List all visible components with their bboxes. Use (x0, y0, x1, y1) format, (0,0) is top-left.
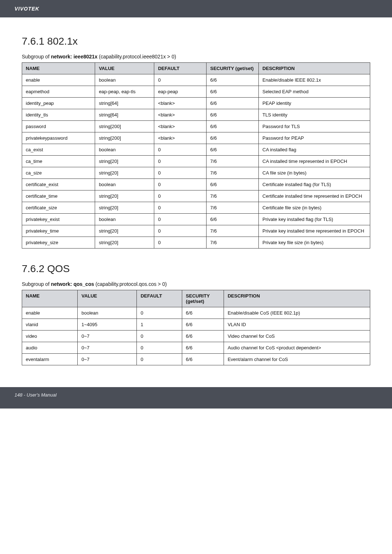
cell-security: 7/6 (207, 202, 259, 214)
cell-value: string[20] (95, 156, 154, 167)
subgroup-name: network: ieee8021x (51, 54, 97, 59)
cell-desc: Private key file size (in bytes) (259, 237, 370, 249)
cell-desc: Password for PEAP (259, 132, 370, 144)
cell-value: string[20] (95, 202, 154, 214)
cell-security: 6/6 (182, 331, 224, 342)
cell-security: 7/6 (207, 237, 259, 249)
table-row: audio0~706/6Audio channel for CoS <produ… (22, 342, 370, 354)
cell-security: 7/6 (207, 156, 259, 167)
table-row: enableboolean06/6Enable/disable CoS (IEE… (22, 307, 370, 319)
cell-value: string[20] (95, 190, 154, 202)
brand-text: VIVOTEK (15, 6, 39, 12)
cell-security: 7/6 (207, 225, 259, 237)
cell-name: ca_exist (22, 144, 95, 156)
table-row: passwordstring[200]<blank>6/6Password fo… (22, 121, 370, 132)
table-row: certificate_sizestring[20]07/6Certificat… (22, 202, 370, 214)
cell-desc: CA installed time represented in EPOCH (259, 156, 370, 167)
cell-security: 6/6 (207, 214, 259, 225)
col-name-header: NAME (22, 63, 95, 74)
col-value-header: VALUE (78, 290, 137, 307)
cell-default: 0 (154, 74, 207, 86)
cell-name: certificate_time (22, 190, 95, 202)
table-row: eventalarm0~706/6Event/alarm channel for… (22, 354, 370, 365)
section-heading-8021x: 7.6.1 802.1x (22, 36, 370, 47)
cell-default: eap-peap (154, 86, 207, 98)
cell-default: 0 (154, 167, 207, 179)
footer-text: 148 - User's Manual (15, 392, 57, 398)
col-value-header: VALUE (95, 63, 154, 74)
subgroup-prefix: Subgroup of (22, 281, 49, 287)
cell-security: 6/6 (207, 86, 259, 98)
col-def-header: DEFAULT (137, 290, 182, 307)
cell-security: 6/6 (182, 354, 224, 365)
cell-security: 6/6 (207, 144, 259, 156)
table-row: ca_timestring[20]07/6CA installed time r… (22, 156, 370, 167)
cell-desc: Enable/disable IEEE 802.1x (259, 74, 370, 86)
table-header-row: NAME VALUE DEFAULT SECURITY (get/set) DE… (22, 290, 370, 307)
cell-security: 7/6 (207, 190, 259, 202)
cell-desc: PEAP identity (259, 98, 370, 109)
cell-default: 0 (154, 156, 207, 167)
table-row: certificate_timestring[20]07/6Certificat… (22, 190, 370, 202)
cell-name: privatekey_size (22, 237, 95, 249)
cell-desc: Audio channel for CoS <product dependent… (224, 342, 370, 354)
cell-security: 6/6 (207, 121, 259, 132)
subgroup-suffix: (capability.protocol.ieee8021x > 0) (99, 54, 176, 59)
cell-value: string[64] (95, 109, 154, 121)
cell-security: 6/6 (182, 319, 224, 331)
cell-name: enable (22, 74, 95, 86)
table-row: identity_peapstring[64]<blank>6/6PEAP id… (22, 98, 370, 109)
cell-security: 6/6 (182, 307, 224, 319)
cell-name: certificate_exist (22, 179, 95, 190)
cell-desc: CA installed flag (259, 144, 370, 156)
cell-value: boolean (95, 144, 154, 156)
cell-desc: Video channel for CoS (224, 331, 370, 342)
cell-desc: Certificate file size (in bytes) (259, 202, 370, 214)
col-def-header: DEFAULT (154, 63, 207, 74)
cell-default: <blank> (154, 109, 207, 121)
cell-value: string[20] (95, 225, 154, 237)
cell-default: 0 (154, 144, 207, 156)
cell-name: privatekey_time (22, 225, 95, 237)
cell-desc: Password for TLS (259, 121, 370, 132)
cell-value: boolean (95, 74, 154, 86)
table-row: privatekey_timestring[20]07/6Private key… (22, 225, 370, 237)
cell-name: privatekeypassword (22, 132, 95, 144)
cell-name: audio (22, 342, 78, 354)
cell-default: 0 (137, 307, 182, 319)
col-sec-header: SECURITY (get/set) (207, 63, 259, 74)
table-row: vlanid1~409516/6VLAN ID (22, 319, 370, 331)
cell-name: ca_time (22, 156, 95, 167)
cell-default: 0 (154, 225, 207, 237)
doc-footer: 148 - User's Manual (0, 387, 392, 409)
cell-name: identity_peap (22, 98, 95, 109)
cell-default: 0 (137, 342, 182, 354)
cell-value: string[20] (95, 167, 154, 179)
cell-desc: Event/alarm channel for CoS (224, 354, 370, 365)
cell-desc: CA file size (in bytes) (259, 167, 370, 179)
cell-desc: Selected EAP method (259, 86, 370, 98)
table-qos: NAME VALUE DEFAULT SECURITY (get/set) DE… (22, 290, 370, 365)
cell-name: password (22, 121, 95, 132)
cell-value: boolean (78, 307, 137, 319)
cell-name: enable (22, 307, 78, 319)
cell-security: 6/6 (207, 109, 259, 121)
cell-default: <blank> (154, 132, 207, 144)
table-8021x: NAME VALUE DEFAULT SECURITY (get/set) DE… (22, 62, 370, 249)
cell-value: 0~7 (78, 331, 137, 342)
cell-default: 0 (137, 331, 182, 342)
cell-value: eap-peap, eap-tls (95, 86, 154, 98)
table-row: eapmethodeap-peap, eap-tlseap-peap6/6Sel… (22, 86, 370, 98)
cell-desc: Certificate installed flag (for TLS) (259, 179, 370, 190)
table-row: privatekey_existboolean06/6Private key i… (22, 214, 370, 225)
cell-value: 0~7 (78, 354, 137, 365)
cell-security: 6/6 (207, 179, 259, 190)
cell-name: certificate_size (22, 202, 95, 214)
cell-desc: Enable/disable CoS (IEEE 802.1p) (224, 307, 370, 319)
cell-name: privatekey_exist (22, 214, 95, 225)
table-row: privatekey_sizestring[20]07/6Private key… (22, 237, 370, 249)
cell-name: identity_tls (22, 109, 95, 121)
cell-default: <blank> (154, 98, 207, 109)
cell-default: 0 (154, 190, 207, 202)
cell-value: string[200] (95, 121, 154, 132)
